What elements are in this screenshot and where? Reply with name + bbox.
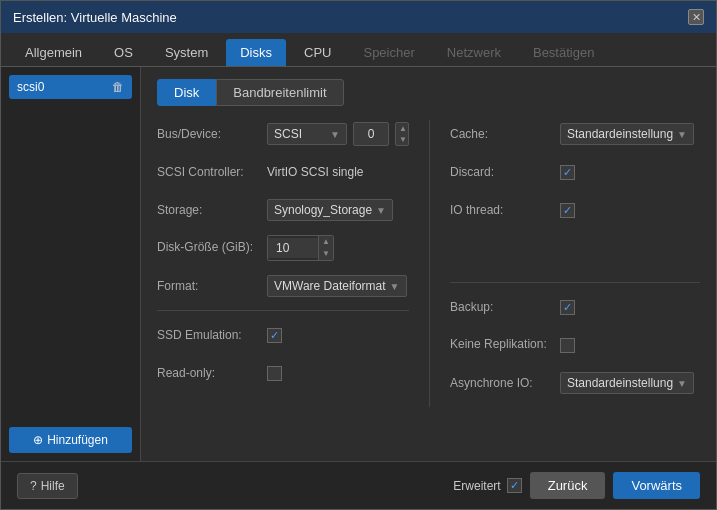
readonly-row: Read-only: [157,359,409,387]
ssd-checkbox[interactable] [267,328,282,343]
disk-size-label: Disk-Größe (GiB): [157,240,267,256]
discard-label: Discard: [450,165,560,179]
io-thread-control [560,203,700,218]
bus-label: Bus/Device: [157,127,267,141]
async-io-arrow: ▼ [677,378,687,389]
bus-up-arrow[interactable]: ▲ [396,123,408,134]
scsi-control: VirtIO SCSI single [267,165,409,179]
format-row: Format: VMWare Dateiformat ▼ [157,272,409,300]
async-io-control: Standardeinstellung ▼ [560,372,700,394]
storage-row: Storage: Synology_Storage ▼ [157,196,409,224]
no-replication-label: Keine Replikation: [450,337,560,353]
readonly-label: Read-only: [157,366,267,380]
disk-size-spinner[interactable]: 10 ▲ ▼ [267,235,334,261]
tab-speicher: Speicher [349,39,428,66]
disk-size-value[interactable]: 10 [268,238,318,258]
bus-number-field: 0 [353,122,389,146]
no-replication-checkbox[interactable] [560,338,575,353]
io-thread-row: IO thread: [450,196,700,224]
storage-select[interactable]: Synology_Storage ▼ [267,199,393,221]
sub-tab-bar: Disk Bandbreitenlimit [157,79,700,106]
footer-left: ? Hilfe [17,473,78,499]
sidebar: scsi0 🗑 ⊕ Hinzufügen [1,67,141,461]
divider-left [157,310,409,311]
tab-bestaetigen: Bestätigen [519,39,608,66]
divider-right [450,282,700,283]
tab-system[interactable]: System [151,39,222,66]
add-icon: ⊕ [33,433,43,447]
bus-control: SCSI ▼ 0 ▲ ▼ [267,122,409,146]
tab-netzwerk: Netzwerk [433,39,515,66]
forward-button[interactable]: Vorwärts [613,472,700,499]
dialog: Erstellen: Virtuelle Maschine ✕ Allgemei… [0,0,717,510]
io-thread-checkbox[interactable] [560,203,575,218]
bus-type-select[interactable]: SCSI ▼ [267,123,347,145]
storage-label: Storage: [157,203,267,217]
storage-arrow: ▼ [376,205,386,216]
async-io-row: Asynchrone IO: Standardeinstellung ▼ [450,369,700,397]
scsi-controller-row: SCSI Controller: VirtIO SCSI single [157,158,409,186]
readonly-control [267,366,409,381]
help-icon: ? [30,479,37,493]
tab-cpu[interactable]: CPU [290,39,345,66]
async-io-select[interactable]: Standardeinstellung ▼ [560,372,694,394]
tab-os[interactable]: OS [100,39,147,66]
scsi-value: VirtIO SCSI single [267,165,363,179]
io-thread-label: IO thread: [450,203,560,217]
disk-size-down[interactable]: ▼ [319,248,333,260]
footer-right: Erweitert Zurück Vorwärts [453,472,700,499]
sub-tab-bandwidth[interactable]: Bandbreitenlimit [216,79,343,106]
bus-select-arrow: ▼ [330,129,340,140]
format-arrow: ▼ [390,281,400,292]
ssd-label: SSD Emulation: [157,328,267,342]
disk-size-row: Disk-Größe (GiB): 10 ▲ ▼ [157,234,409,262]
disk-size-control: 10 ▲ ▼ [267,235,409,261]
backup-label: Backup: [450,300,560,314]
bus-down-arrow[interactable]: ▼ [396,134,408,145]
disk-size-up[interactable]: ▲ [319,236,333,248]
form-left: Bus/Device: SCSI ▼ 0 ▲ ▼ [157,120,430,407]
back-button[interactable]: Zurück [530,472,606,499]
disk-list: scsi0 🗑 [9,75,132,99]
add-disk-button[interactable]: ⊕ Hinzufügen [9,427,132,453]
content-area: scsi0 🗑 ⊕ Hinzufügen Disk Bandbreitenlim… [1,67,716,461]
storage-control: Synology_Storage ▼ [267,199,409,221]
no-replication-row: Keine Replikation: [450,331,700,359]
help-button[interactable]: ? Hilfe [17,473,78,499]
disk-item-label: scsi0 [17,80,44,94]
erweitert-checkbox[interactable] [507,478,522,493]
delete-disk-icon[interactable]: 🗑 [112,80,124,94]
close-button[interactable]: ✕ [688,9,704,25]
sub-tab-disk[interactable]: Disk [157,79,216,106]
cache-control: Standardeinstellung ▼ [560,123,700,145]
disk-item-scsi0[interactable]: scsi0 🗑 [9,75,132,99]
no-replication-control [560,338,700,353]
title-bar: Erstellen: Virtuelle Maschine ✕ [1,1,716,33]
cache-row: Cache: Standardeinstellung ▼ [450,120,700,148]
backup-checkbox[interactable] [560,300,575,315]
readonly-checkbox[interactable] [267,366,282,381]
format-label: Format: [157,279,267,293]
bus-device-row: Bus/Device: SCSI ▼ 0 ▲ ▼ [157,120,409,148]
dialog-title: Erstellen: Virtuelle Maschine [13,10,177,25]
ssd-control [267,328,409,343]
footer: ? Hilfe Erweitert Zurück Vorwärts [1,461,716,509]
tab-bar: Allgemein OS System Disks CPU Speicher N… [1,33,716,67]
discard-checkbox[interactable] [560,165,575,180]
cache-label: Cache: [450,127,560,141]
form-grid: Bus/Device: SCSI ▼ 0 ▲ ▼ [157,120,700,407]
spacer [450,234,700,272]
format-select[interactable]: VMWare Dateiformat ▼ [267,275,407,297]
tab-allgemein[interactable]: Allgemein [11,39,96,66]
discard-control [560,165,700,180]
bus-number-spinner[interactable]: ▲ ▼ [395,122,409,146]
discard-row: Discard: [450,158,700,186]
tab-disks[interactable]: Disks [226,39,286,66]
backup-row: Backup: [450,293,700,321]
cache-select[interactable]: Standardeinstellung ▼ [560,123,694,145]
scsi-label: SCSI Controller: [157,165,267,179]
format-control: VMWare Dateiformat ▼ [267,275,409,297]
erweitert-row: Erweitert [453,478,521,493]
backup-control [560,300,700,315]
disk-size-arrows[interactable]: ▲ ▼ [318,236,333,260]
